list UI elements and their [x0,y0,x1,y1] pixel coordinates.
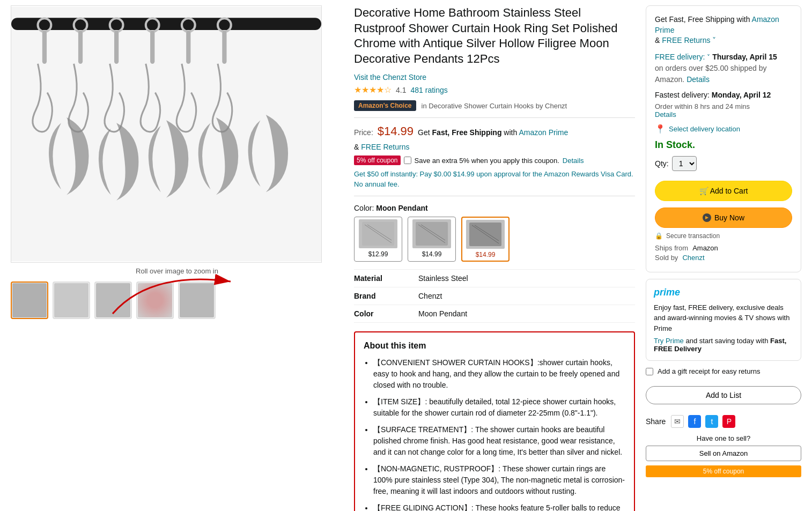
amazon-choice-text: Amazon's Choice [358,102,412,109]
order-within: Order within 8 hrs and 24 mins [655,102,792,110]
coupon-details-link[interactable]: Details [563,157,584,165]
play-icon: ▶ [703,213,711,222]
color-option-2[interactable]: $14.99 [408,217,456,262]
fastest-date: Monday, April 12 [712,91,771,99]
secure-transaction: 🔒 Secure transaction [655,232,792,240]
main-image[interactable] [11,5,322,263]
color-price-3: $14.99 [476,251,496,258]
product-title: Decorative Home Bathroom Stainless Steel… [354,5,635,66]
price-value: $14.99 [378,124,414,138]
zoom-hint: Roll over image to zoom in [11,267,343,275]
svg-rect-1 [11,18,321,30]
sell-row: Have one to sell? Sell on Amazon [646,434,801,461]
svg-rect-11 [186,31,190,64]
rating-count[interactable]: 481 ratings [410,86,447,94]
about-section: About this item 【CONVENIENT SHOWER CURTA… [354,331,635,511]
thumbnail-4[interactable] [136,282,174,319]
get-text: Get [418,128,430,137]
product-details-column: Decorative Home Bathroom Stainless Steel… [354,5,635,511]
coupon-checkbox[interactable] [404,157,411,164]
delivery-date: Thursday, April 15 [712,53,777,61]
about-title: About this item [364,341,625,351]
free-returns-link[interactable]: FREE Returns [361,143,409,151]
color-name: Moon Pendant [376,204,427,212]
star-rating: ★★★★☆ [354,85,392,95]
prime-save-text: and start saving today with [685,337,768,345]
qty-label: Qty: [655,159,669,168]
color-options: $12.99 $14.99 $14.99 [354,217,635,262]
spec-key-material: Material [354,274,418,283]
thumbnail-3[interactable] [94,282,132,319]
delivery-details-link[interactable]: Details [686,75,710,84]
sold-by-value[interactable]: Chenzt [682,254,704,262]
twitter-share-icon[interactable]: t [705,415,718,428]
thumbnail-2[interactable] [53,282,90,319]
amazon-prime-link[interactable]: Amazon Prime [519,128,568,137]
qty-select[interactable]: 1 2 3 4 [672,156,697,171]
share-label: Share [646,417,666,426]
share-row: Share ✉ f t P [646,415,801,428]
coupon-banner-bottom: 5% off coupon [646,465,801,477]
delivery-section: FREE delivery: ˅ Thursday, April 15 on o… [655,51,792,85]
select-location-text[interactable]: Select delivery location [669,125,740,133]
chevron-down-icon[interactable]: ˅ [712,36,716,45]
specs-table: Material Stainless Steel Brand Chenzt Co… [354,269,635,323]
have-to-sell-text: Have one to sell? [697,434,750,442]
color-option-3[interactable]: $14.99 [461,217,510,262]
fastest-delivery: Fastest delivery: Monday, April 12 [655,91,792,99]
email-share-icon[interactable]: ✉ [671,415,684,428]
prime-logo: prime [654,287,793,298]
add-to-cart-button[interactable]: 🛒 Add to Cart [655,181,792,201]
in-stock-text: In Stock. [655,139,792,151]
fast-free-text: Fast, Free Shipping [432,128,502,137]
product-images-column: Roll over image to zoom in [11,5,343,511]
location-row[interactable]: 📍 Select delivery location [655,124,792,134]
about-list: 【CONVENIENT SHOWER CURTAIN HOOKS】:shower… [364,357,625,511]
and-free-returns: & [655,36,660,45]
free-returns-box-link[interactable]: FREE Returns [662,36,710,45]
facebook-share-icon[interactable]: f [688,415,701,428]
color-option-1[interactable]: $12.99 [354,217,402,262]
thumbnail-1[interactable] [11,282,48,319]
coupon-row: 5% off coupon Save an extra 5% when you … [354,155,635,165]
color-price-1: $12.99 [368,250,388,258]
gift-receipt-row: Add a gift receipt for easy returns [646,367,801,375]
badge-row: Amazon's Choice in Decorative Shower Cur… [354,100,635,111]
promo-text[interactable]: Get $50 off instantly: Pay $0.00 $14.99 … [354,169,635,189]
thumbnail-list [11,282,343,319]
sold-by-row: Sold by Chenzt [655,254,792,262]
pinterest-share-icon[interactable]: P [722,415,735,428]
free-delivery-label: FREE delivery: [655,53,705,61]
ships-from-row: Ships from Amazon [655,244,792,252]
sell-on-amazon-button[interactable]: Sell on Amazon [646,446,801,461]
add-to-list-button[interactable]: Add to List [646,386,801,404]
get-fast-shipping-text: Get Fast, Free Shipping with [655,15,750,24]
store-link[interactable]: Visit the Chenzt Store [354,73,426,82]
prime-description: Enjoy fast, FREE delivery, exclusive dea… [654,302,793,334]
rating-row: ★★★★☆ 4.1 481 ratings [354,85,635,95]
coupon-text: Save an extra 5% when you apply this cou… [415,157,559,165]
qty-row: Qty: 1 2 3 4 [655,156,792,171]
try-prime-link[interactable]: Try Prime [654,337,684,345]
about-item-1: 【CONVENIENT SHOWER CURTAIN HOOKS】:shower… [373,357,625,391]
cart-icon: 🛒 [699,187,708,195]
about-item-5: 【FREE GLIDING ACTION】: These hooks featu… [373,502,625,511]
prime-box: prime Enjoy fast, FREE delivery, exclusi… [646,279,801,361]
amazon-choice-badge: Amazon's Choice [354,100,416,111]
svg-rect-9 [150,31,154,64]
ships-from-value: Amazon [692,244,718,252]
delivery-chevron[interactable]: ˅ [707,54,710,61]
ships-from-label: Ships from [655,244,688,252]
location-icon: 📍 [655,124,666,134]
buy-now-button[interactable]: ▶ Buy Now [655,208,792,228]
fastest-details-link[interactable]: Details [655,110,676,119]
color-thumb-3 [466,220,505,249]
thumbnail-5[interactable] [178,282,216,319]
svg-rect-3 [42,31,47,64]
free-delivery-line: FREE delivery: ˅ Thursday, April 15 [655,51,792,63]
purchase-box: Get Fast, Free Shipping with Amazon Prim… [646,5,801,272]
price-row: Price: $14.99 Get Fast, Free Shipping wi… [354,124,635,138]
spec-row-brand: Brand Chenzt [354,287,635,305]
svg-rect-13 [222,31,226,64]
gift-receipt-checkbox[interactable] [646,368,653,375]
